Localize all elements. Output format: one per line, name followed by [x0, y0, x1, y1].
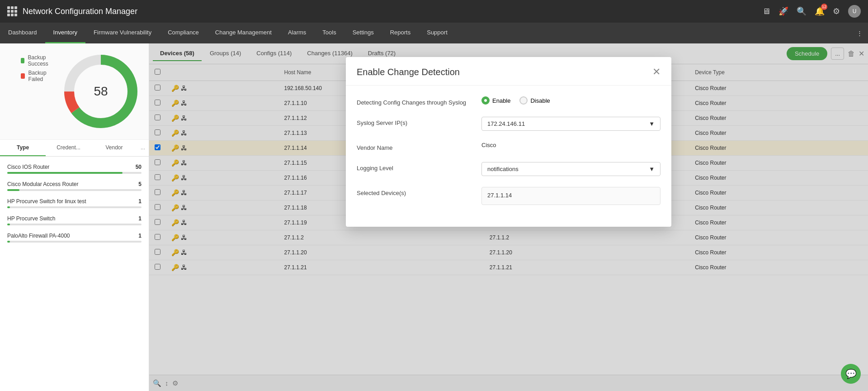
- nav-firmware[interactable]: Firmware Vulnerability: [85, 23, 160, 43]
- radio-enable[interactable]: Enable: [481, 96, 510, 105]
- nav-tools[interactable]: Tools: [314, 23, 344, 43]
- device-bar-2: [7, 206, 10, 208]
- logging-level-label: Logging Level: [357, 162, 474, 172]
- grid-menu-icon[interactable]: [7, 6, 17, 16]
- nav-settings[interactable]: Settings: [344, 23, 382, 43]
- device-bar-bg-4: [7, 241, 142, 243]
- donut-total: 58: [94, 84, 108, 99]
- bell-icon[interactable]: 🔔 12: [815, 6, 825, 16]
- syslog-server-label: Syslog Server IP(s): [357, 117, 474, 126]
- vendor-value: Cisco: [481, 139, 496, 148]
- logging-level-select[interactable]: notifications ▼: [481, 162, 660, 176]
- device-type-list: Cisco IOS Router 50 Cisco Modular Access…: [0, 157, 149, 391]
- device-count-4: 1: [138, 233, 142, 239]
- avatar[interactable]: U: [848, 5, 861, 18]
- dropdown-arrow-icon: ▼: [649, 120, 655, 127]
- device-name-0: Cisco IOS Router: [7, 164, 49, 170]
- donut-chart: 58: [60, 51, 142, 132]
- device-name-2: HP Procurve Switch for linux test: [7, 198, 86, 205]
- device-type-paloalto[interactable]: PaloAlto Firewall PA-4000 1: [0, 229, 149, 246]
- chat-button[interactable]: 💬: [841, 364, 861, 384]
- legend-success: Backup Success: [21, 54, 53, 67]
- nav-more-icon[interactable]: ⋮: [851, 23, 868, 43]
- device-bar-bg-0: [7, 172, 142, 174]
- disable-label: Disable: [530, 97, 550, 104]
- dropdown-arrow-icon-logging: ▼: [649, 166, 655, 172]
- device-bar-bg-1: [7, 189, 142, 191]
- nav-compliance[interactable]: Compliance: [160, 23, 207, 43]
- radio-group-container: Enable Disable: [481, 96, 660, 105]
- device-row: PaloAlto Firewall PA-4000 1: [7, 233, 142, 239]
- modal-field-selected-devices: Selected Device(s) 27.1.1.14: [357, 187, 660, 205]
- modal-field-detecting: Detecting Config Changes through Syslog …: [357, 96, 660, 106]
- radio-group: Enable Disable: [481, 96, 660, 105]
- rocket-icon[interactable]: 🚀: [778, 6, 788, 16]
- filter-tab-more[interactable]: ...: [137, 140, 149, 156]
- device-bar-1: [7, 189, 19, 191]
- enable-change-detection-modal: Enable Change Detection ✕ Detecting Conf…: [346, 57, 671, 227]
- enable-label: Enable: [492, 97, 510, 104]
- modal-close-button[interactable]: ✕: [652, 66, 660, 78]
- settings-icon[interactable]: ⚙: [833, 6, 840, 16]
- nav-dashboard[interactable]: Dashboard: [0, 23, 45, 43]
- device-row: Cisco IOS Router 50: [7, 164, 142, 170]
- modal-body: Detecting Config Changes through Syslog …: [346, 86, 671, 227]
- selected-devices-label: Selected Device(s): [357, 187, 474, 196]
- nav-support[interactable]: Support: [419, 23, 456, 43]
- modal-field-vendor: Vendor Name Cisco: [357, 142, 660, 151]
- radio-disable-circle: [519, 96, 528, 105]
- device-count-1: 5: [138, 181, 142, 187]
- chart-area: Backup Success Backup Failed: [0, 43, 149, 140]
- nav-change-management[interactable]: Change Management: [207, 23, 280, 43]
- monitor-icon[interactable]: 🖥: [762, 7, 770, 16]
- right-panel: Devices (58) Groups (14) Configs (114) C…: [149, 43, 868, 391]
- device-count-0: 50: [136, 164, 142, 170]
- filter-tab-credentials[interactable]: Credent...: [46, 140, 91, 156]
- vendor-control: Cisco: [481, 142, 660, 148]
- main-content: Backup Success Backup Failed: [0, 43, 868, 391]
- device-name-1: Cisco Modular Access Router: [7, 181, 78, 187]
- device-row: HP Procurve Switch 1: [7, 215, 142, 222]
- logging-control: notifications ▼: [481, 162, 660, 176]
- nav-alarms[interactable]: Alarms: [280, 23, 314, 43]
- legend-failed-label: Backup Failed: [28, 70, 53, 82]
- device-type-hp-switch[interactable]: HP Procurve Switch 1: [0, 212, 149, 229]
- app-title: Network Configuration Manager: [23, 7, 137, 16]
- device-bar-bg-3: [7, 224, 142, 225]
- selected-devices-box: 27.1.1.14: [481, 187, 660, 205]
- device-name-4: PaloAlto Firewall PA-4000: [7, 233, 70, 239]
- radio-enable-circle: [481, 96, 490, 105]
- device-type-hp-linux[interactable]: HP Procurve Switch for linux test 1: [0, 195, 149, 212]
- left-panel: Backup Success Backup Failed: [0, 43, 149, 391]
- legend-failed: Backup Failed: [21, 70, 53, 82]
- radio-disable[interactable]: Disable: [519, 96, 550, 105]
- modal-field-syslog: Syslog Server IP(s) 172.24.146.11 ▼: [357, 117, 660, 131]
- nav-inventory[interactable]: Inventory: [45, 23, 85, 43]
- device-bar-4: [7, 241, 10, 243]
- syslog-server-select[interactable]: 172.24.146.11 ▼: [481, 117, 660, 131]
- filter-tab-type[interactable]: Type: [0, 140, 46, 156]
- notification-badge: 12: [821, 4, 827, 10]
- device-bar-bg-2: [7, 206, 142, 208]
- device-row: HP Procurve Switch for linux test 1: [7, 198, 142, 205]
- vendor-label: Vendor Name: [357, 142, 474, 151]
- filter-tab-vendor[interactable]: Vendor: [91, 140, 137, 156]
- filter-tabs: Type Credent... Vendor ...: [0, 140, 149, 157]
- logging-value: notifications: [487, 166, 519, 172]
- detecting-label: Detecting Config Changes through Syslog: [357, 96, 474, 106]
- device-row: Cisco Modular Access Router 5: [7, 181, 142, 187]
- device-type-cisco-ios[interactable]: Cisco IOS Router 50: [0, 160, 149, 177]
- modal-overlay: Enable Change Detection ✕ Detecting Conf…: [149, 43, 868, 391]
- legend-success-label: Backup Success: [28, 54, 53, 67]
- topbar: Network Configuration Manager 🖥 🚀 🔍 🔔 12…: [0, 0, 868, 23]
- device-bar-3: [7, 224, 10, 225]
- modal-header: Enable Change Detection ✕: [346, 57, 671, 86]
- modal-field-logging: Logging Level notifications ▼: [357, 162, 660, 176]
- device-count-3: 1: [138, 215, 142, 222]
- device-type-cisco-modular[interactable]: Cisco Modular Access Router 5: [0, 177, 149, 195]
- topbar-right: 🖥 🚀 🔍 🔔 12 ⚙ U: [762, 5, 861, 18]
- search-icon[interactable]: 🔍: [797, 6, 807, 16]
- legend-success-dot: [21, 58, 24, 63]
- legend-failed-dot: [21, 73, 25, 79]
- nav-reports[interactable]: Reports: [382, 23, 419, 43]
